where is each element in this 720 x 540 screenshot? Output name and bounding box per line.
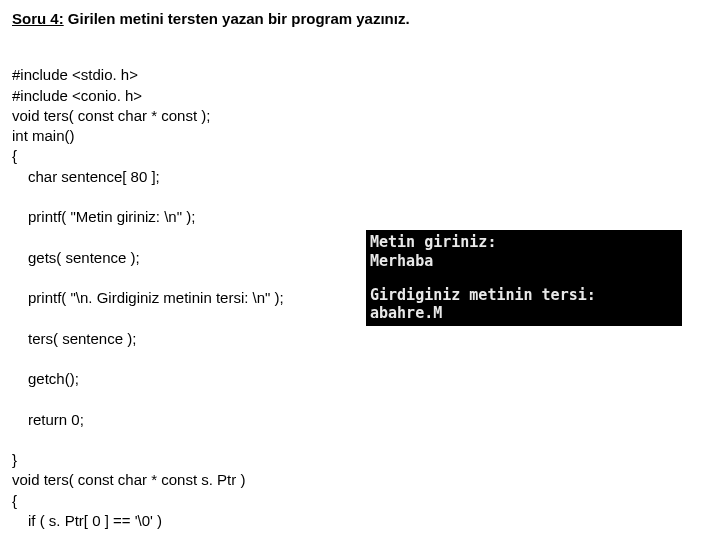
title-text: Girilen metini tersten yazan bir program… [64, 10, 410, 27]
code-line: void ters( const char * const s. Ptr ) [12, 471, 245, 488]
code-line: char sentence[ 80 ]; [12, 167, 708, 187]
code-line: printf( "Metin giriniz: \n" ); [12, 207, 708, 227]
console-line: Merhaba [370, 252, 678, 271]
console-output: Metin giriniz: Merhaba Girdiginiz metini… [366, 230, 682, 326]
console-line: Metin giriniz: [370, 233, 678, 252]
code-line: int main() [12, 127, 75, 144]
code-line: #include <stdio. h> [12, 66, 138, 83]
code-line: #include <conio. h> [12, 87, 142, 104]
code-line: return 0; [12, 410, 708, 430]
question-title: Soru 4: Girilen metini tersten yazan bir… [12, 10, 708, 27]
code-line: ters( sentence ); [12, 329, 708, 349]
code-line: { [12, 492, 17, 509]
code-line: } [12, 451, 17, 468]
code-line: if ( s. Ptr[ 0 ] == '\0' ) [12, 511, 708, 531]
code-line: getch(); [12, 369, 708, 389]
title-label: Soru 4: [12, 10, 64, 27]
console-blank [370, 271, 678, 286]
console-line: abahre.M [370, 304, 678, 323]
code-line: { [12, 147, 17, 164]
code-line: void ters( const char * const ); [12, 107, 210, 124]
console-line: Girdiginiz metinin tersi: [370, 286, 678, 305]
